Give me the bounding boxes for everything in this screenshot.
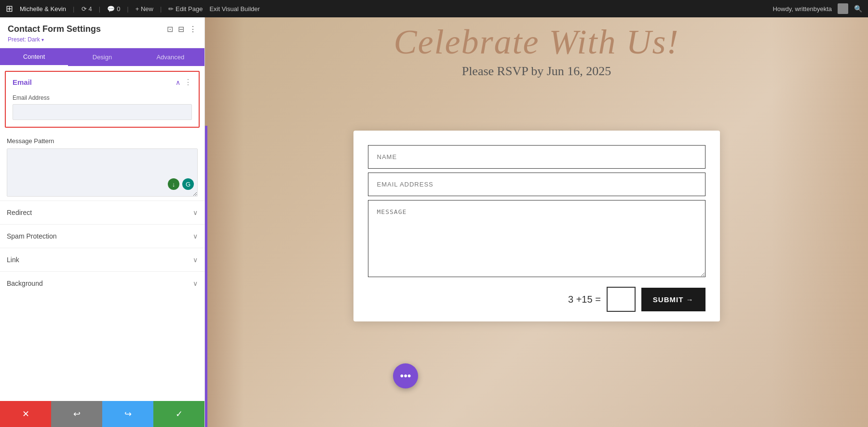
celebrate-title: Celebrate With Us! — [205, 22, 868, 62]
form-bottom-row: 3 +15 = SUBMIT → — [368, 287, 705, 312]
redirect-chevron-icon: ∨ — [193, 209, 198, 216]
email-address-input[interactable] — [13, 104, 192, 120]
link-chevron-icon: ∨ — [193, 256, 198, 264]
panel-header: Contact Form Settings ⊡ ⊟ ⋮ Preset: Dark… — [0, 17, 204, 48]
tab-content[interactable]: Content — [0, 48, 68, 66]
message-pattern-wrapper: ↓ G — [7, 148, 198, 199]
preset-selector[interactable]: Preset: Dark ▾ — [8, 36, 197, 43]
new-button[interactable]: + New — [136, 5, 153, 13]
email-collapse-icon[interactable]: ∧ — [176, 79, 180, 86]
left-panel: Contact Form Settings ⊡ ⊟ ⋮ Preset: Dark… — [0, 17, 205, 427]
form-wrapper: 3 +15 = SUBMIT → — [210, 126, 863, 321]
tab-design[interactable]: Design — [68, 48, 136, 66]
columns-icon[interactable]: ⊟ — [178, 25, 184, 34]
message-field[interactable] — [368, 200, 705, 277]
panel-tabs: Content Design Advanced — [0, 48, 204, 66]
background-label: Background — [7, 280, 43, 287]
spam-chevron-icon: ∨ — [193, 232, 198, 240]
save-icon: ✓ — [176, 409, 183, 419]
redirect-section[interactable]: Redirect ∨ — [0, 200, 204, 224]
ai-assist-icon[interactable]: ↓ — [168, 178, 179, 190]
close-icon: ✕ — [22, 409, 29, 419]
updates-count[interactable]: ⟳ 4 — [81, 5, 92, 13]
panel-content: Email ∧ ⋮ Email Address Message Pattern — [0, 66, 204, 401]
purple-accent-bar — [205, 126, 207, 427]
panel-title: Contact Form Settings — [8, 24, 101, 34]
redirect-label: Redirect — [7, 209, 32, 216]
rsvp-text: Please RSVP by Jun 16, 2025 — [205, 64, 868, 79]
email-field[interactable] — [368, 173, 705, 196]
name-field[interactable] — [368, 145, 705, 169]
edit-page-button[interactable]: ✏ Edit Page — [168, 5, 203, 13]
main-layout: Contact Form Settings ⊡ ⊟ ⋮ Preset: Dark… — [0, 17, 868, 427]
right-content: Celebrate With Us! Please RSVP by Jun 16… — [205, 17, 868, 427]
background-section[interactable]: Background ∨ — [0, 271, 204, 295]
tab-advanced[interactable]: Advanced — [136, 48, 204, 66]
comments-count[interactable]: 💬 0 — [107, 5, 120, 13]
floating-action-button[interactable]: ••• — [393, 363, 418, 388]
message-pattern-label: Message Pattern — [7, 137, 198, 145]
background-chevron-icon: ∨ — [193, 280, 198, 287]
email-more-icon[interactable]: ⋮ — [184, 78, 192, 87]
admin-bar: ⊞ Michelle & Kevin | ⟳ 4 | 💬 0 | + New |… — [0, 0, 868, 17]
save-button[interactable]: ✓ — [153, 401, 204, 427]
howdy-text: Howdy, writtenbyekta — [773, 5, 832, 13]
close-button[interactable]: ✕ — [0, 401, 51, 427]
search-icon[interactable]: 🔍 — [854, 5, 862, 13]
undo-icon: ↩ — [73, 409, 81, 419]
link-label: Link — [7, 256, 19, 264]
captcha-input[interactable] — [607, 287, 636, 312]
expand-icon[interactable]: ⊡ — [167, 25, 173, 34]
undo-button[interactable]: ↩ — [51, 401, 102, 427]
panel-title-icons: ⊡ ⊟ ⋮ — [167, 25, 197, 34]
contact-form: 3 +15 = SUBMIT → — [353, 131, 720, 321]
more-options-icon[interactable]: ⋮ — [189, 25, 197, 34]
spam-protection-label: Spam Protection — [7, 232, 57, 240]
email-section-body: Email Address — [6, 93, 199, 127]
fab-dots-icon: ••• — [400, 370, 411, 382]
captcha-text: 3 +15 = — [568, 294, 601, 305]
chevron-down-icon: ▾ — [41, 37, 44, 42]
link-section[interactable]: Link ∨ — [0, 248, 204, 271]
avatar[interactable] — [838, 3, 848, 14]
email-section: Email ∧ ⋮ Email Address — [5, 71, 200, 128]
celebrate-title-wrapper: Celebrate With Us! Please RSVP by Jun 16… — [205, 22, 868, 79]
bottom-action-bar: ✕ ↩ ↪ ✓ — [0, 401, 204, 427]
wp-logo-icon[interactable]: ⊞ — [6, 3, 13, 14]
email-section-title: Email — [13, 78, 32, 86]
email-section-header[interactable]: Email ∧ ⋮ — [6, 72, 199, 93]
spam-protection-section[interactable]: Spam Protection ∨ — [0, 224, 204, 248]
redo-button[interactable]: ↪ — [102, 401, 153, 427]
exit-builder-button[interactable]: Exit Visual Builder — [209, 5, 260, 13]
grammarly-icon[interactable]: G — [182, 178, 194, 190]
email-address-label: Email Address — [13, 94, 192, 101]
submit-button[interactable]: SUBMIT → — [641, 288, 705, 311]
redo-icon: ↪ — [124, 409, 132, 419]
message-pattern-section: Message Pattern ↓ G — [0, 133, 204, 200]
site-name[interactable]: Michelle & Kevin — [20, 5, 66, 13]
